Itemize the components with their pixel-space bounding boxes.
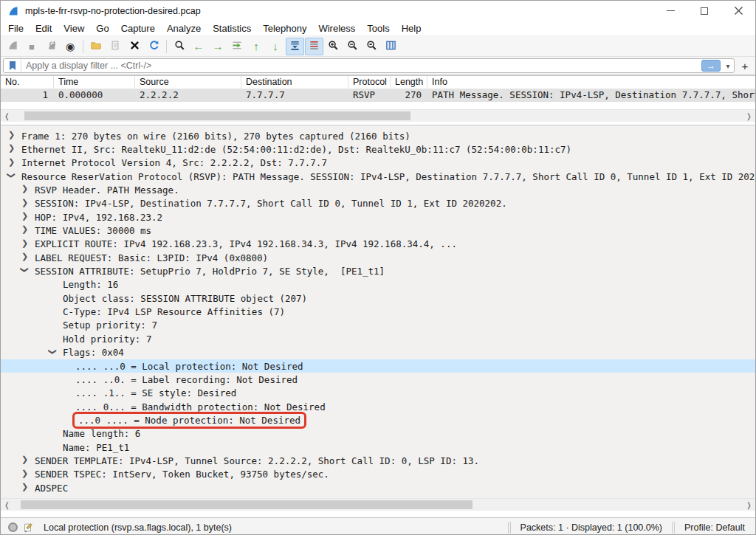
- chevron-right-icon[interactable]: ❯: [21, 238, 28, 248]
- detail-row[interactable]: ❯Resource ReserVation Protocol (RSVP): P…: [1, 170, 755, 183]
- scroll-right-icon[interactable]: ❭: [743, 499, 755, 511]
- chevron-down-icon[interactable]: ❯: [20, 266, 30, 273]
- menu-wireless[interactable]: Wireless: [312, 22, 361, 35]
- detail-row[interactable]: Length: 16: [1, 278, 755, 291]
- detail-row[interactable]: ❯SENDER TSPEC: IntServ, Token Bucket, 93…: [1, 468, 755, 481]
- column-header-info[interactable]: Info: [427, 76, 755, 89]
- detail-row[interactable]: ❯Ethernet II, Src: RealtekU_11:d2:de (52…: [1, 142, 755, 156]
- detail-row[interactable]: Object class: SESSION ATTRIBUTE object (…: [1, 291, 755, 305]
- auto-scroll-button[interactable]: [286, 38, 304, 55]
- detail-row[interactable]: ❯SESSION ATTRIBUTE: SetupPrio 7, HoldPri…: [1, 264, 755, 277]
- open-file-button[interactable]: [87, 38, 106, 55]
- column-header-no[interactable]: No.: [1, 76, 54, 89]
- details-hscrollbar[interactable]: ❬ ❭: [1, 498, 755, 511]
- detail-row[interactable]: Name: PE1_t1: [1, 441, 755, 454]
- column-header-protocol[interactable]: Protocol: [348, 76, 391, 89]
- maximize-button[interactable]: [687, 1, 721, 21]
- detail-row[interactable]: ...0 .... = Node protection: Not Desired: [1, 413, 755, 427]
- detail-row[interactable]: ❯HOP: IPv4, 192.168.23.2: [1, 210, 755, 224]
- chevron-down-icon[interactable]: ❯: [7, 172, 16, 179]
- go-to-packet-button[interactable]: [228, 38, 247, 55]
- scroll-right-icon[interactable]: ❭: [743, 110, 755, 122]
- filter-add-button[interactable]: +: [737, 58, 753, 73]
- resize-columns-button[interactable]: [382, 38, 400, 55]
- detail-row[interactable]: ❯Flags: 0x04: [1, 346, 755, 359]
- chevron-right-icon[interactable]: ❯: [8, 130, 15, 139]
- scroll-track[interactable]: [13, 110, 743, 122]
- close-file-button[interactable]: [126, 38, 144, 55]
- detail-row[interactable]: ❯ADSPEC: [1, 481, 755, 494]
- go-first-packet-button[interactable]: ↑: [247, 38, 266, 55]
- chevron-down-icon[interactable]: ❯: [48, 348, 58, 354]
- detail-row[interactable]: .... .1.. = SE style: Desired: [1, 387, 755, 400]
- chevron-right-icon[interactable]: ❯: [21, 198, 28, 207]
- capture-comment-icon[interactable]: [23, 522, 33, 533]
- detail-row[interactable]: .... 0... = Bandwidth protection: Not De…: [1, 400, 755, 413]
- detail-row[interactable]: C-Type: IPv4 LSP Resource Affinities (7): [1, 305, 755, 318]
- menu-capture[interactable]: Capture: [115, 22, 161, 35]
- filter-apply-button[interactable]: →: [701, 60, 721, 72]
- expert-info-icon[interactable]: [8, 522, 18, 532]
- chevron-right-icon[interactable]: ❯: [21, 455, 28, 464]
- save-file-button[interactable]: [106, 38, 125, 55]
- restart-capture-button[interactable]: [42, 38, 61, 55]
- zoom-out-button[interactable]: [343, 38, 362, 55]
- chevron-right-icon[interactable]: ❯: [21, 482, 28, 491]
- packet-row[interactable]: 10.0000002.2.2.27.7.7.7RSVP270PATH Messa…: [1, 89, 755, 102]
- detail-row[interactable]: .... ..0. = Label recording: Not Desired: [1, 373, 755, 386]
- scroll-thumb[interactable]: [21, 500, 473, 509]
- menu-go[interactable]: Go: [90, 22, 114, 35]
- detail-row[interactable]: ❯SENDER TEMPLATE: IPv4-LSP, Tunnel Sourc…: [1, 454, 755, 467]
- go-last-packet-button[interactable]: ↓: [267, 38, 285, 55]
- chevron-right-icon[interactable]: ❯: [21, 224, 28, 234]
- detail-row[interactable]: ❯EXPLICIT ROUTE: IPv4 192.168.23.3, IPv4…: [1, 238, 755, 251]
- chevron-right-icon[interactable]: ❯: [21, 469, 28, 478]
- zoom-original-button[interactable]: [362, 38, 381, 55]
- packet-list-hscrollbar[interactable]: ❬ ❭: [1, 109, 755, 122]
- detail-row[interactable]: Hold priority: 7: [1, 332, 755, 345]
- column-header-length[interactable]: Length: [391, 76, 427, 89]
- column-header-time[interactable]: Time: [54, 76, 135, 89]
- chevron-right-icon[interactable]: ❯: [21, 211, 28, 221]
- detail-row[interactable]: ❯Frame 1: 270 bytes on wire (2160 bits),…: [1, 129, 755, 142]
- detail-row[interactable]: ❯Internet Protocol Version 4, Src: 2.2.2…: [1, 156, 755, 170]
- start-capture-button[interactable]: [4, 38, 22, 55]
- detail-row[interactable]: ❯LABEL REQUEST: Basic: L3PID: IPv4 (0x08…: [1, 251, 755, 264]
- menu-tools[interactable]: Tools: [361, 22, 395, 35]
- detail-row[interactable]: ❯SESSION: IPv4-LSP, Destination 7.7.7.7,…: [1, 197, 755, 210]
- menu-view[interactable]: View: [58, 22, 90, 35]
- display-filter-input[interactable]: [21, 61, 701, 71]
- reload-file-button[interactable]: [145, 38, 163, 55]
- menu-statistics[interactable]: Statistics: [207, 22, 257, 35]
- scroll-left-icon[interactable]: ❬: [1, 499, 13, 511]
- chevron-right-icon[interactable]: ❯: [8, 157, 15, 167]
- scroll-thumb[interactable]: [24, 111, 411, 120]
- go-forward-button[interactable]: →: [209, 38, 227, 55]
- menu-file[interactable]: File: [2, 22, 30, 35]
- menu-analyze[interactable]: Analyze: [161, 22, 207, 35]
- colorize-packets-button[interactable]: [305, 38, 323, 55]
- detail-row[interactable]: Name length: 6: [1, 427, 755, 441]
- detail-row[interactable]: .... ...0 = Local protection: Not Desire…: [1, 359, 755, 373]
- capture-options-button[interactable]: ◉: [61, 38, 80, 55]
- go-back-button[interactable]: ←: [190, 38, 208, 55]
- stop-capture-button[interactable]: ■: [23, 38, 41, 55]
- menu-help[interactable]: Help: [396, 22, 427, 35]
- chevron-right-icon[interactable]: ❯: [21, 184, 28, 193]
- menu-edit[interactable]: Edit: [30, 22, 58, 35]
- detail-row[interactable]: Setup priority: 7: [1, 319, 755, 332]
- column-header-source[interactable]: Source: [135, 76, 241, 89]
- detail-row[interactable]: ❯RSVP Header. PATH Message.: [1, 183, 755, 196]
- zoom-in-button[interactable]: [324, 38, 343, 55]
- detail-row[interactable]: ❯TIME VALUES: 30000 ms: [1, 224, 755, 237]
- close-button[interactable]: [721, 1, 755, 21]
- profile-text[interactable]: Profile: Default: [676, 522, 755, 533]
- scroll-left-icon[interactable]: ❬: [1, 110, 13, 122]
- chevron-right-icon[interactable]: ❯: [21, 252, 28, 261]
- filter-dropdown-caret[interactable]: ▾: [722, 59, 734, 72]
- column-header-destination[interactable]: Destination: [241, 76, 348, 89]
- find-packet-button[interactable]: [171, 38, 189, 55]
- scroll-track[interactable]: [13, 499, 743, 511]
- filter-bookmark-icon[interactable]: [4, 59, 21, 72]
- minimize-button[interactable]: [653, 1, 687, 21]
